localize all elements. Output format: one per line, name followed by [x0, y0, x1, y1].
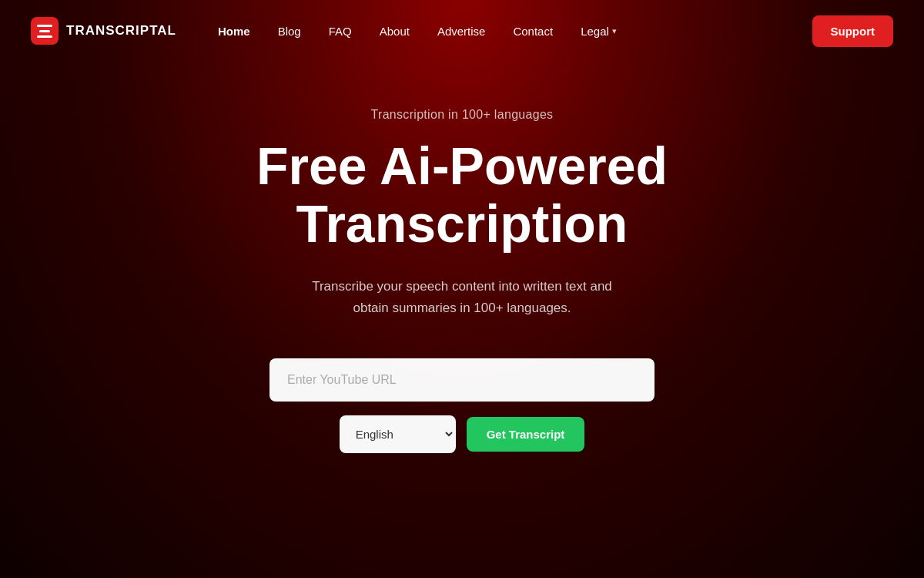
navbar: TRANSCRIPTAL Home Blog FAQ About Adverti… [0, 0, 924, 62]
support-button[interactable]: Support [812, 15, 894, 47]
hero-title: Free Ai-Powered Transcription [256, 137, 668, 253]
nav-link-about[interactable]: About [369, 18, 420, 44]
hero-subtitle: Transcribe your speech content into writ… [293, 276, 631, 321]
nav-link-home[interactable]: Home [207, 18, 261, 44]
nav-link-advertise[interactable]: Advertise [427, 18, 497, 44]
nav-link-blog[interactable]: Blog [267, 18, 312, 44]
chevron-down-icon: ▾ [612, 26, 617, 36]
nav-link-legal[interactable]: Legal ▾ [570, 18, 628, 44]
input-area: English Spanish French German Portuguese… [0, 358, 924, 453]
hero-section: Transcription in 100+ languages Free Ai-… [0, 62, 924, 453]
input-controls: English Spanish French German Portuguese… [340, 415, 585, 453]
logo[interactable]: TRANSCRIPTAL [31, 17, 176, 45]
nav-links: Home Blog FAQ About Advertise Contact Le… [207, 18, 628, 44]
hero-tagline: Transcription in 100+ languages [371, 108, 554, 122]
language-select[interactable]: English Spanish French German Portuguese… [340, 415, 456, 453]
nav-left: TRANSCRIPTAL Home Blog FAQ About Adverti… [31, 17, 628, 45]
logo-icon [31, 17, 59, 45]
get-transcript-button[interactable]: Get Transcript [467, 417, 585, 452]
youtube-url-input[interactable] [270, 358, 654, 402]
nav-link-contact[interactable]: Contact [502, 18, 564, 44]
nav-link-faq[interactable]: FAQ [318, 18, 363, 44]
logo-text: TRANSCRIPTAL [66, 23, 176, 39]
